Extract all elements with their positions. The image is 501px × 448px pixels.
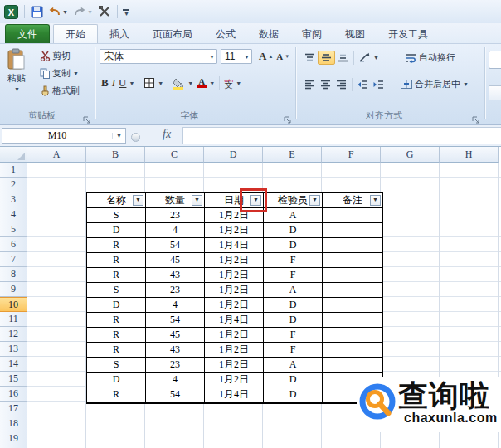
cell-name[interactable]: D: [87, 373, 146, 387]
ribbon-tab[interactable]: 审阅: [290, 25, 333, 43]
cell-inspector[interactable]: D: [264, 313, 323, 328]
cell-quantity[interactable]: 43: [146, 268, 205, 283]
header-cell-quantity[interactable]: 数量▼: [146, 193, 205, 208]
partial-icon[interactable]: [489, 85, 501, 100]
cell-date[interactable]: 1月2日: [205, 208, 264, 223]
row-header[interactable]: 13: [0, 342, 27, 357]
row-header[interactable]: 10: [0, 297, 27, 312]
ribbon-tab[interactable]: 插入: [98, 25, 141, 43]
row-header[interactable]: 5: [0, 222, 27, 237]
table-row[interactable]: R 45 1月2日 F: [87, 253, 382, 268]
cell-name[interactable]: R: [87, 253, 146, 268]
tab-file[interactable]: 文件: [5, 24, 50, 43]
cell-remark[interactable]: [323, 313, 382, 328]
filter-dropdown-icon[interactable]: ▼: [370, 195, 381, 206]
cell-date[interactable]: 1月2日: [205, 373, 264, 387]
cell-name[interactable]: R: [87, 313, 146, 328]
column-header[interactable]: B: [86, 147, 145, 163]
insert-function-button[interactable]: fx: [163, 128, 171, 141]
row-header[interactable]: 16: [0, 387, 27, 402]
cell-name[interactable]: S: [87, 208, 146, 223]
cut-button[interactable]: 剪切: [38, 49, 81, 63]
bold-button[interactable]: B: [100, 75, 110, 90]
italic-button[interactable]: I: [110, 75, 117, 90]
borders-button[interactable]: ▼: [142, 76, 165, 90]
dialog-launcher-icon[interactable]: [472, 113, 480, 121]
dialog-launcher-icon[interactable]: [83, 113, 91, 121]
cell-name[interactable]: R: [87, 268, 146, 283]
cell-date[interactable]: 1月2日: [205, 328, 264, 343]
wrap-text-button[interactable]: 自动换行: [402, 51, 457, 65]
row-header[interactable]: 14: [0, 357, 27, 372]
customize-toolbar-icon[interactable]: ▼: [123, 7, 129, 16]
cell-quantity[interactable]: 23: [146, 208, 205, 223]
cell-date[interactable]: 1月2日: [205, 358, 264, 373]
column-header[interactable]: F: [322, 147, 381, 163]
cell-date[interactable]: 1月2日: [205, 253, 264, 268]
cell-quantity[interactable]: 23: [146, 358, 205, 373]
select-all-corner[interactable]: [0, 147, 27, 163]
ribbon-tab[interactable]: 数据: [247, 25, 290, 43]
cell-name[interactable]: D: [87, 223, 146, 238]
cell-quantity[interactable]: 45: [146, 328, 205, 343]
cell-remark[interactable]: [323, 283, 382, 298]
cell-remark[interactable]: [323, 223, 382, 238]
filter-dropdown-icon[interactable]: ▼: [309, 195, 320, 206]
table-row[interactable]: R 45 1月2日 F: [87, 328, 382, 343]
table-row[interactable]: D 4 1月2日 D: [87, 298, 382, 313]
orientation-button[interactable]: ▼: [357, 51, 381, 64]
ribbon-tab[interactable]: 页面布局: [141, 25, 204, 43]
align-center-button[interactable]: [318, 78, 333, 90]
cell-inspector[interactable]: D: [264, 373, 323, 387]
row-header[interactable]: 3: [0, 192, 27, 207]
header-cell-date[interactable]: 日期▼: [205, 193, 264, 208]
row-header[interactable]: 18: [0, 416, 27, 431]
column-header[interactable]: A: [27, 147, 86, 163]
table-row[interactable]: R 43 1月2日 F: [87, 343, 382, 358]
cell-remark[interactable]: [323, 328, 382, 343]
grow-font-button[interactable]: A▲: [257, 49, 275, 64]
cell-quantity[interactable]: 4: [146, 223, 205, 238]
cell-name[interactable]: R: [87, 238, 146, 253]
filter-dropdown-icon[interactable]: ▼: [133, 195, 143, 206]
name-box[interactable]: M10 ▼: [2, 128, 126, 144]
column-header[interactable]: G: [381, 147, 440, 163]
phonetic-guide-button[interactable]: wén文 ▼: [222, 77, 243, 89]
undo-button[interactable]: ▼: [47, 5, 69, 19]
cell-remark[interactable]: [323, 253, 382, 268]
fill-color-button[interactable]: ▼: [171, 76, 195, 90]
chevron-down-icon[interactable]: ▼: [112, 133, 125, 139]
formula-input[interactable]: [182, 127, 501, 144]
align-bottom-button[interactable]: [335, 51, 351, 64]
cell-inspector[interactable]: A: [264, 208, 323, 223]
row-header[interactable]: 11: [0, 312, 27, 327]
row-header[interactable]: 8: [0, 267, 27, 282]
table-row[interactable]: D 4 1月2日 D: [87, 223, 382, 238]
copy-button[interactable]: 复制 ▼: [38, 66, 81, 80]
row-header[interactable]: 19: [0, 431, 27, 446]
cell-date[interactable]: 1月2日: [205, 268, 264, 283]
merge-center-button[interactable]: 合并后居中 ▼: [398, 77, 470, 91]
row-header[interactable]: 2: [0, 178, 27, 192]
cell-quantity[interactable]: 4: [146, 298, 205, 313]
cell-quantity[interactable]: 54: [146, 387, 205, 402]
align-left-button[interactable]: [302, 78, 318, 90]
cell-date[interactable]: 1月4日: [205, 238, 264, 253]
row-header[interactable]: 6: [0, 237, 27, 252]
cell-inspector[interactable]: D: [264, 238, 323, 253]
cell-name[interactable]: S: [87, 283, 146, 298]
header-cell-name[interactable]: 名称▼: [87, 193, 146, 208]
number-format-combo-partial[interactable]: [489, 51, 501, 69]
table-row[interactable]: S 23 1月2日 A: [87, 358, 382, 373]
cell-remark[interactable]: [323, 268, 382, 283]
save-button[interactable]: [30, 5, 44, 19]
cell-quantity[interactable]: 54: [146, 313, 205, 328]
cell-inspector[interactable]: D: [264, 387, 323, 402]
cell-remark[interactable]: [323, 343, 382, 358]
cell-remark[interactable]: [323, 298, 382, 313]
increase-indent-button[interactable]: [371, 78, 387, 90]
ribbon-tab[interactable]: 公式: [204, 25, 247, 43]
row-header[interactable]: 4: [0, 207, 27, 222]
cell-inspector[interactable]: D: [264, 223, 323, 238]
cell-name[interactable]: R: [87, 387, 146, 402]
